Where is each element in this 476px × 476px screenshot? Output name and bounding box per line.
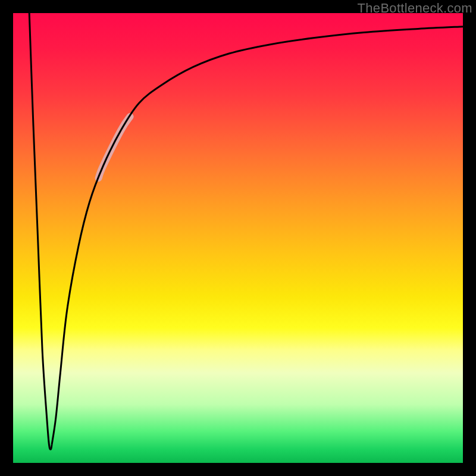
- chart-stage: TheBottleneck.com: [0, 0, 476, 476]
- highlight-segment: [99, 117, 130, 178]
- left-dip-curve: [29, 13, 52, 449]
- main-curve: [52, 27, 463, 445]
- curve-layer: [0, 0, 476, 476]
